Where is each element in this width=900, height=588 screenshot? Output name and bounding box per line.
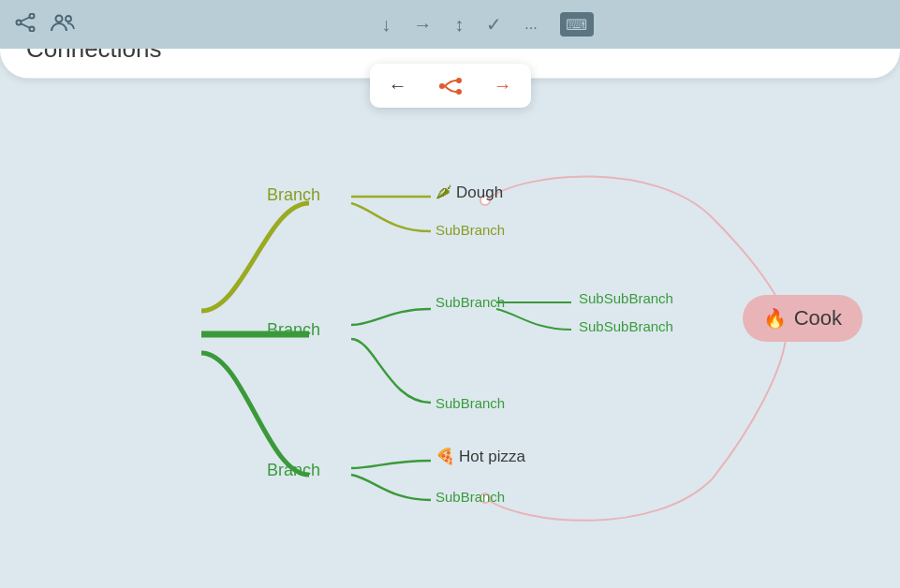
checkmark-icon[interactable]: ✓ <box>486 13 502 36</box>
svg-point-2 <box>17 20 22 24</box>
subbranch1-b2-label[interactable]: SubBranch <box>435 294 505 310</box>
float-toolbar: ← → <box>370 64 531 108</box>
share-icon[interactable] <box>15 13 36 37</box>
svg-point-1 <box>30 26 35 31</box>
svg-line-4 <box>21 23 30 28</box>
people-icon[interactable] <box>51 13 75 37</box>
hotpizza-node[interactable]: 🍕 Hot pizza <box>435 447 525 466</box>
svg-point-7 <box>439 83 445 89</box>
pizza-icon: 🍕 <box>435 447 455 466</box>
arrow-down-icon[interactable]: ↓ <box>381 14 391 36</box>
subbranch2-b2-label[interactable]: SubBranch <box>435 395 505 411</box>
svg-point-0 <box>30 13 35 18</box>
canvas: Connections Branch 🌶 Dough SubBranch Bra… <box>0 49 900 588</box>
svg-point-6 <box>66 16 71 22</box>
svg-point-8 <box>456 78 462 83</box>
subsubbranch1-label[interactable]: SubSubBranch <box>579 290 673 306</box>
branch1-label[interactable]: Branch <box>267 185 320 205</box>
toolbar-center: ↓ → ↕ ✓ ... <box>90 12 885 37</box>
subsubbranch2-label[interactable]: SubSubBranch <box>579 318 673 334</box>
svg-line-3 <box>21 17 30 22</box>
branch3-label[interactable]: Branch <box>267 461 320 480</box>
chili-icon: 🌶 <box>435 183 452 202</box>
float-arrow-right-button[interactable]: → <box>486 71 520 100</box>
arrow-updown-icon[interactable]: ↕ <box>454 14 464 36</box>
arrow-right-icon[interactable]: → <box>413 14 432 36</box>
float-connector-button[interactable] <box>430 72 471 100</box>
subbranch-b1-label[interactable]: SubBranch <box>435 222 505 238</box>
branch2-label[interactable]: Branch <box>267 320 320 340</box>
more-icon[interactable]: ... <box>524 16 537 33</box>
dough-node[interactable]: 🌶 Dough <box>435 183 503 202</box>
svg-point-9 <box>456 89 462 95</box>
subbranch-b3-label[interactable]: SubBranch <box>435 489 505 505</box>
toolbar: ↓ → ↕ ✓ ... <box>0 0 900 49</box>
keyboard-icon[interactable] <box>560 12 594 37</box>
float-arrow-left-button[interactable]: ← <box>381 71 415 100</box>
cook-node[interactable]: 🔥 Cook <box>743 295 863 342</box>
svg-point-5 <box>56 15 63 22</box>
flame-icon: 🔥 <box>763 307 787 330</box>
